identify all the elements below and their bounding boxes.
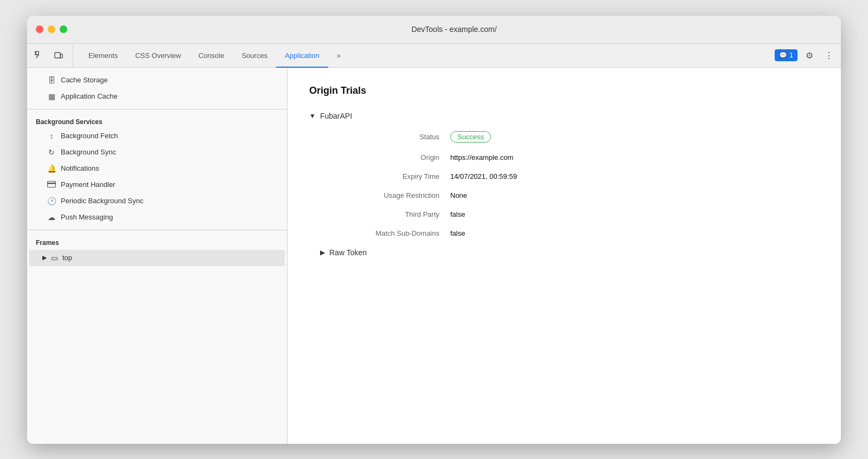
expiry-row: Expiry Time 14/07/2021, 00:59:59 bbox=[309, 172, 819, 180]
trial-expand-arrow: ▼ bbox=[309, 112, 316, 120]
status-row: Status Success bbox=[309, 131, 819, 143]
chat-icon: 💬 bbox=[779, 51, 787, 59]
usage-restriction-value: None bbox=[450, 191, 467, 199]
background-fetch-icon: ↕ bbox=[47, 132, 56, 140]
sidebar-item-payment-handler[interactable]: Payment Handler bbox=[29, 177, 285, 193]
trial-section: ▼ FubarAPI Status Success Origin https:/… bbox=[309, 112, 819, 257]
page-title: Origin Trials bbox=[309, 85, 819, 96]
sidebar-divider-2 bbox=[27, 230, 287, 230]
expiry-label: Expiry Time bbox=[331, 172, 439, 180]
svg-rect-2 bbox=[60, 54, 62, 58]
badge-count: 1 bbox=[789, 51, 793, 59]
sidebar-item-application-cache[interactable]: ▦ Application Cache bbox=[29, 88, 285, 105]
match-subdomains-value: false bbox=[450, 229, 465, 237]
tab-css-overview[interactable]: CSS Overview bbox=[126, 44, 190, 68]
tabs: Elements CSS Overview Console Sources Ap… bbox=[80, 44, 775, 67]
svg-rect-1 bbox=[55, 53, 60, 58]
usage-restriction-label: Usage Restriction bbox=[331, 191, 439, 199]
window-title: DevTools - example.com/ bbox=[76, 25, 832, 34]
raw-token-arrow: ▶ bbox=[320, 249, 325, 256]
origin-value: https://example.com bbox=[450, 153, 513, 161]
tab-sources[interactable]: Sources bbox=[233, 44, 276, 68]
main-content: 🗄 Cache Storage ▦ Application Cache Back… bbox=[27, 68, 841, 444]
application-cache-icon: ▦ bbox=[47, 92, 56, 101]
background-sync-icon: ↻ bbox=[47, 148, 56, 157]
inspect-icon[interactable] bbox=[31, 48, 47, 63]
match-subdomains-row: Match Sub-Domains false bbox=[309, 229, 819, 237]
console-messages-badge[interactable]: 💬 1 bbox=[775, 49, 797, 61]
third-party-label: Third Party bbox=[331, 210, 439, 218]
gear-icon: ⚙ bbox=[806, 50, 813, 61]
maximize-button[interactable] bbox=[60, 25, 67, 33]
tab-application[interactable]: Application bbox=[276, 44, 328, 68]
expiry-value: 14/07/2021, 00:59:59 bbox=[450, 172, 517, 180]
sidebar-item-push-messaging[interactable]: ☁ Push Messaging bbox=[29, 209, 285, 225]
main-panel: Origin Trials ▼ FubarAPI Status Success … bbox=[288, 68, 841, 444]
status-label: Status bbox=[331, 133, 439, 141]
more-options-button[interactable]: ⋮ bbox=[821, 48, 837, 63]
third-party-value: false bbox=[450, 210, 465, 218]
sidebar-item-background-sync[interactable]: ↻ Background Sync bbox=[29, 144, 285, 160]
usage-restriction-row: Usage Restriction None bbox=[309, 191, 819, 199]
periodic-background-sync-icon: 🕐 bbox=[47, 197, 56, 205]
sidebar-item-top-frame[interactable]: ▶ ▭ top bbox=[29, 250, 285, 266]
more-tabs-button[interactable]: » bbox=[328, 44, 349, 68]
sidebar-item-background-fetch[interactable]: ↕ Background Fetch bbox=[29, 128, 285, 144]
tab-bar: Elements CSS Overview Console Sources Ap… bbox=[27, 44, 841, 68]
status-badge: Success bbox=[450, 131, 491, 143]
origin-row: Origin https://example.com bbox=[309, 153, 819, 161]
devtools-window: DevTools - example.com/ Elements bbox=[27, 16, 841, 444]
minimize-button[interactable] bbox=[48, 25, 55, 33]
cache-storage-icon: 🗄 bbox=[47, 76, 56, 85]
status-value: Success bbox=[450, 131, 491, 143]
sidebar-item-notifications[interactable]: 🔔 Notifications bbox=[29, 160, 285, 177]
sidebar-item-cache-storage[interactable]: 🗄 Cache Storage bbox=[29, 72, 285, 88]
frame-icon: ▭ bbox=[51, 254, 58, 262]
match-subdomains-label: Match Sub-Domains bbox=[331, 229, 439, 237]
svg-rect-4 bbox=[47, 183, 56, 184]
origin-label: Origin bbox=[331, 153, 439, 161]
trial-toggle[interactable]: ▼ FubarAPI bbox=[309, 112, 819, 120]
ellipsis-icon: ⋮ bbox=[825, 50, 833, 61]
settings-button[interactable]: ⚙ bbox=[802, 48, 817, 63]
frames-header: Frames bbox=[27, 235, 287, 249]
tab-elements[interactable]: Elements bbox=[80, 44, 126, 68]
device-mode-icon[interactable] bbox=[51, 48, 66, 63]
third-party-row: Third Party false bbox=[309, 210, 819, 218]
tab-console[interactable]: Console bbox=[190, 44, 233, 68]
payment-handler-icon bbox=[47, 180, 56, 189]
raw-token-toggle[interactable]: ▶ Raw Token bbox=[309, 248, 819, 257]
push-messaging-icon: ☁ bbox=[47, 213, 56, 222]
raw-token-label: Raw Token bbox=[329, 248, 367, 257]
close-button[interactable] bbox=[36, 25, 43, 33]
traffic-lights bbox=[36, 25, 67, 33]
trial-name: FubarAPI bbox=[320, 112, 352, 120]
tab-bar-icons bbox=[31, 44, 73, 67]
title-bar: DevTools - example.com/ bbox=[27, 16, 841, 44]
background-services-header: Background Services bbox=[27, 114, 287, 128]
tab-bar-right: 💬 1 ⚙ ⋮ bbox=[775, 44, 837, 67]
svg-rect-3 bbox=[48, 181, 56, 187]
frame-expand-arrow: ▶ bbox=[42, 254, 47, 261]
sidebar-item-periodic-background-sync[interactable]: 🕐 Periodic Background Sync bbox=[29, 193, 285, 209]
sidebar-divider-1 bbox=[27, 109, 287, 109]
sidebar: 🗄 Cache Storage ▦ Application Cache Back… bbox=[27, 68, 288, 444]
notifications-icon: 🔔 bbox=[47, 164, 56, 173]
